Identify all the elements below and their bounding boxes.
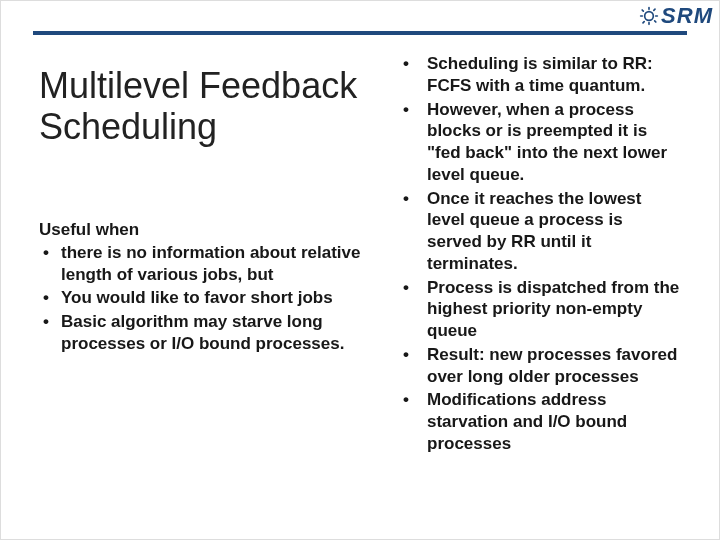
svg-rect-5 — [641, 9, 645, 13]
left-lead: Useful when — [39, 220, 369, 240]
svg-rect-7 — [653, 8, 657, 12]
left-list: there is no information about relative l… — [39, 242, 369, 355]
right-column: Scheduling is similar to RR: FCFS with a… — [397, 45, 687, 515]
list-item: Scheduling is similar to RR: FCFS with a… — [397, 53, 681, 97]
svg-rect-6 — [654, 20, 658, 24]
list-item: Process is dispatched from the highest p… — [397, 277, 681, 342]
list-item: Result: new processes favored over long … — [397, 344, 681, 388]
list-item: Once it reaches the lowest level queue a… — [397, 188, 681, 275]
list-item: there is no information about relative l… — [39, 242, 369, 286]
svg-rect-3 — [640, 15, 643, 17]
left-column: Multilevel Feedback Scheduling Useful wh… — [39, 45, 369, 515]
brand-name: SRM — [661, 3, 713, 29]
svg-rect-4 — [655, 15, 658, 17]
right-list: Scheduling is similar to RR: FCFS with a… — [397, 53, 681, 455]
svg-rect-8 — [642, 20, 646, 24]
list-item: Basic algorithm may starve long processe… — [39, 311, 369, 355]
svg-rect-2 — [648, 22, 650, 25]
list-item: You would like to favor short jobs — [39, 287, 369, 309]
list-item: However, when a process blocks or is pre… — [397, 99, 681, 186]
page-title: Multilevel Feedback Scheduling — [39, 65, 369, 148]
gear-icon — [639, 6, 659, 26]
content: Multilevel Feedback Scheduling Useful wh… — [39, 45, 687, 515]
brand-logo: SRM — [639, 3, 713, 29]
svg-rect-1 — [648, 7, 650, 10]
svg-point-0 — [645, 12, 654, 21]
divider — [33, 31, 687, 35]
slide: SRM Multilevel Feedback Scheduling Usefu… — [0, 0, 720, 540]
list-item: Modifications address starvation and I/O… — [397, 389, 681, 454]
